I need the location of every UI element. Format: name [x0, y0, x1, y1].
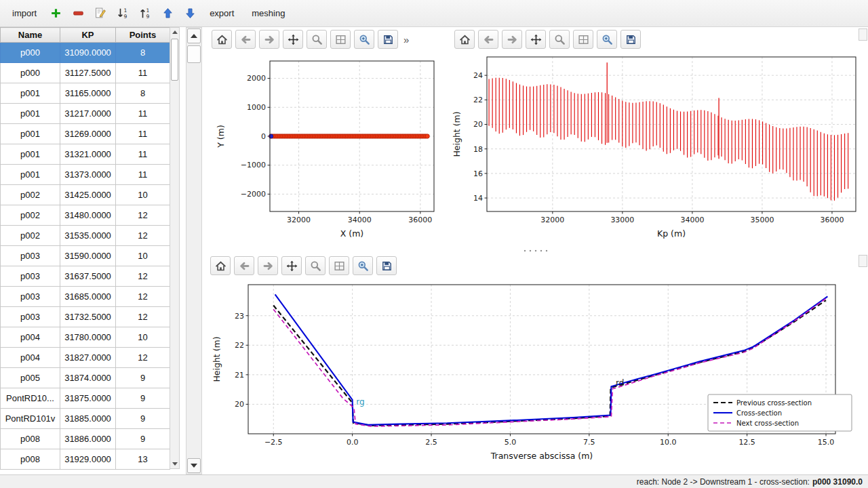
- table-cell[interactable]: 9: [116, 368, 170, 388]
- table-cell[interactable]: p004: [1, 327, 60, 348]
- export-button[interactable]: export: [204, 5, 239, 21]
- table-cell[interactable]: p003: [1, 287, 60, 307]
- table-cell[interactable]: 11: [116, 124, 170, 144]
- longitudinal-profile-chart[interactable]: 3200033000340003500036000141618202224Kp …: [448, 52, 868, 251]
- save-button[interactable]: [620, 30, 641, 49]
- table-cell[interactable]: 12: [116, 307, 170, 327]
- table-cell[interactable]: 31827.0000: [60, 348, 116, 368]
- table-cell[interactable]: 11: [116, 165, 170, 185]
- table-row[interactable]: p00131269.000011: [1, 124, 170, 144]
- table-cell[interactable]: 8: [116, 43, 170, 63]
- table-cell[interactable]: 31685.0000: [60, 287, 116, 307]
- remove-button[interactable]: [71, 6, 85, 20]
- table-cell[interactable]: 31780.0000: [60, 327, 116, 348]
- sort-descending-button[interactable]: 19: [116, 6, 130, 20]
- toolbar-overflow-indicator[interactable]: »: [403, 34, 409, 45]
- customize-button[interactable]: [353, 256, 373, 275]
- table-cell[interactable]: 31590.0000: [60, 246, 116, 266]
- customize-button[interactable]: [354, 30, 374, 49]
- import-button[interactable]: import: [7, 5, 42, 21]
- table-cell[interactable]: 13: [116, 449, 170, 470]
- column-header-kp[interactable]: KP: [60, 28, 116, 43]
- table-cell[interactable]: 31874.0000: [60, 368, 116, 388]
- table-row[interactable]: PontRD101v31885.00009: [1, 409, 170, 429]
- plan-view-chart[interactable]: 320003400036000−2000−1000010002000X (m)Y…: [205, 52, 446, 251]
- table-row[interactable]: p00331732.500012: [1, 307, 170, 327]
- table-cell[interactable]: 8: [116, 83, 170, 104]
- subplots-button[interactable]: [330, 30, 351, 49]
- table-cell[interactable]: 31885.0000: [60, 409, 116, 429]
- table-row[interactable]: p00831886.00009: [1, 429, 170, 449]
- table-cell[interactable]: p004: [1, 348, 60, 368]
- table-scroll-down-icon[interactable]: [170, 460, 179, 468]
- table-scroll-up-icon[interactable]: [170, 28, 179, 37]
- table-cell[interactable]: 10: [116, 327, 170, 348]
- table-row[interactable]: p00131165.00008: [1, 83, 170, 104]
- table-cell[interactable]: 31090.0000: [60, 43, 116, 63]
- back-button[interactable]: [478, 30, 498, 49]
- pan-button[interactable]: [281, 256, 302, 275]
- table-cell[interactable]: 12: [116, 266, 170, 287]
- table-cell[interactable]: 31217.0000: [60, 104, 116, 124]
- plot-area-scrollbar-stub[interactable]: [859, 28, 867, 41]
- home-button[interactable]: [210, 256, 231, 275]
- column-header-points[interactable]: Points: [116, 28, 170, 43]
- add-button[interactable]: [49, 6, 63, 20]
- table-cell[interactable]: 12: [116, 348, 170, 368]
- zoom-button[interactable]: [549, 30, 570, 49]
- panel-scrollbar-thumb[interactable]: [187, 45, 201, 63]
- table-row[interactable]: p00831929.000013: [1, 449, 170, 470]
- meshing-button[interactable]: meshing: [246, 5, 290, 21]
- table-scrollbar[interactable]: [170, 27, 180, 469]
- table-cell[interactable]: 12: [116, 226, 170, 246]
- panel-scroll-up-button[interactable]: [187, 28, 201, 43]
- home-button[interactable]: [454, 30, 475, 49]
- table-cell[interactable]: p002: [1, 185, 60, 205]
- table-cell[interactable]: 31875.0000: [60, 388, 116, 409]
- table-row[interactable]: PontRD10...31875.00009: [1, 388, 170, 409]
- table-cell[interactable]: 31269.0000: [60, 124, 116, 144]
- home-button[interactable]: [212, 30, 232, 49]
- back-button[interactable]: [234, 256, 254, 275]
- table-row[interactable]: p00231425.000010: [1, 185, 170, 205]
- table-row[interactable]: p00331590.000010: [1, 246, 170, 266]
- table-row[interactable]: p00231480.000012: [1, 205, 170, 226]
- panel-scrollbar[interactable]: [186, 27, 202, 474]
- table-cell[interactable]: 31535.0000: [60, 226, 116, 246]
- forward-button[interactable]: [259, 30, 279, 49]
- table-row[interactable]: p00431827.000012: [1, 348, 170, 368]
- table-cell[interactable]: p003: [1, 246, 60, 266]
- table-cell[interactable]: 9: [116, 409, 170, 429]
- table-cell[interactable]: PontRD101v: [1, 409, 60, 429]
- table-cell[interactable]: 31886.0000: [60, 429, 116, 449]
- table-cell[interactable]: 9: [116, 388, 170, 409]
- edit-button[interactable]: [94, 6, 108, 20]
- cross-section-chart[interactable]: −2.50.02.55.07.510.012.515.020212223rgrd…: [203, 278, 868, 474]
- table-cell[interactable]: p003: [1, 266, 60, 287]
- table-cell[interactable]: 11: [116, 104, 170, 124]
- panel-scroll-down-button[interactable]: [187, 458, 201, 473]
- table-cell[interactable]: 10: [116, 185, 170, 205]
- zoom-button[interactable]: [307, 30, 327, 49]
- table-cell[interactable]: 31480.0000: [60, 205, 116, 226]
- table-row[interactable]: p00431780.000010: [1, 327, 170, 348]
- table-row[interactable]: p00031127.500011: [1, 63, 170, 83]
- table-row[interactable]: p00131321.000011: [1, 144, 170, 165]
- table-cell[interactable]: 31425.0000: [60, 185, 116, 205]
- table-cell[interactable]: 10: [116, 246, 170, 266]
- column-header-name[interactable]: Name: [1, 28, 60, 43]
- save-button[interactable]: [376, 256, 397, 275]
- table-row[interactable]: p00031090.00008: [1, 43, 170, 63]
- table-cell[interactable]: 11: [116, 144, 170, 165]
- table-row[interactable]: p00331637.500012: [1, 266, 170, 287]
- forward-button[interactable]: [258, 256, 278, 275]
- table-row[interactable]: p00231535.000012: [1, 226, 170, 246]
- table-cell[interactable]: 12: [116, 287, 170, 307]
- pan-button[interactable]: [283, 30, 303, 49]
- table-cell[interactable]: 31127.5000: [60, 63, 116, 83]
- table-cell[interactable]: p000: [1, 43, 60, 63]
- table-row[interactable]: p00131373.000011: [1, 165, 170, 185]
- zoom-button[interactable]: [305, 256, 326, 275]
- sort-ascending-button[interactable]: 19: [138, 6, 153, 20]
- table-cell[interactable]: p002: [1, 226, 60, 246]
